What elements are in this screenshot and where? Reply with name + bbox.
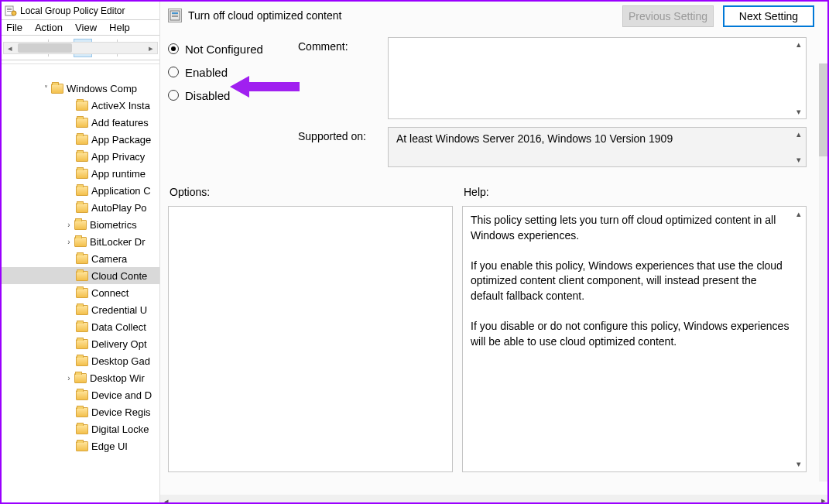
folder-icon [76,441,88,451]
svg-point-4 [12,11,16,15]
tree-root-windows-components[interactable]: ˅ Windows Comp [2,80,159,97]
expand-icon[interactable]: › [65,374,73,382]
tree-item[interactable]: Digital Locke [2,420,159,437]
tree-item-label: Desktop Wir [90,372,145,384]
tree-item-label: App Privacy [91,151,145,163]
options-label: Options: [170,186,464,198]
help-box: This policy setting lets you turn off cl… [462,206,807,472]
tree-item[interactable]: Device Regis [2,403,159,420]
tree-horizontal-scrollbar[interactable]: ◂ ▸ [3,42,158,54]
scroll-right-icon[interactable]: ▸ [817,495,829,504]
scroll-left-icon[interactable]: ◂ [160,496,173,505]
scroll-left-icon[interactable]: ◂ [4,43,16,53]
menu-file[interactable]: File [6,22,22,33]
radio-icon [168,43,179,54]
dialog-vertical-scrollbar[interactable] [819,63,829,482]
tree-item[interactable]: Credential U [2,301,159,318]
options-box [168,206,453,472]
tree-item[interactable]: Desktop Gad [2,352,159,369]
tree-item[interactable]: AutoPlay Po [2,199,159,216]
tree-item-label: Device Regis [91,406,151,418]
tree-item-label: Device and D [91,389,152,401]
svg-rect-1 [7,8,12,9]
folder-icon [74,237,87,247]
folder-icon [76,288,88,298]
comment-label: Comment: [298,37,374,119]
menu-view[interactable]: View [75,22,97,33]
tree-item[interactable]: App Privacy [2,148,159,165]
tree-item[interactable]: ›BitLocker Dr [2,233,159,250]
scroll-down-icon[interactable]: ▾ [793,458,804,470]
tree-item-label: Cloud Conte [91,270,147,282]
expand-icon[interactable]: › [65,238,73,245]
scroll-up-icon[interactable]: ▴ [793,208,804,220]
collapse-icon[interactable]: ˅ [42,84,50,92]
previous-setting-button[interactable]: Previous Setting [622,5,714,27]
menu-action[interactable]: Action [35,22,63,33]
dialog-title: Turn off cloud optimized content [188,9,341,22]
comment-textarea[interactable]: ▴ ▾ [388,37,807,119]
supported-on-label: Supported on: [298,127,374,167]
scroll-up-icon[interactable]: ▴ [793,39,804,50]
radio-enabled[interactable]: Enabled [168,60,284,84]
tree-item[interactable]: Data Collect [2,318,159,335]
folder-icon [76,305,88,315]
scroll-thumb[interactable] [18,43,72,53]
folder-icon [76,152,88,162]
folder-icon [76,424,88,434]
scroll-down-icon[interactable]: ▾ [793,155,804,165]
tree-item[interactable]: Device and D [2,386,159,403]
tree-item[interactable]: Camera [2,250,159,267]
radio-icon [168,67,179,77]
tree-item[interactable]: ActiveX Insta [2,97,159,114]
help-paragraph-2: If you enable this policy, Windows exper… [471,259,790,304]
tree-item[interactable]: ›Desktop Wir [2,369,159,386]
tree-item-label: App Package [91,134,151,146]
tree-item[interactable]: Application C [2,182,159,199]
tree-item[interactable]: App Package [2,131,159,148]
editor-title-text: Local Group Policy Editor [20,5,125,16]
expand-icon[interactable]: › [65,221,73,228]
scroll-right-icon[interactable]: ▸ [145,43,157,53]
tree-item[interactable]: Delivery Opt [2,335,159,352]
folder-icon [74,373,87,383]
tree-item-label: Credential U [91,304,147,316]
radio-not-configured-label: Not Configured [185,43,263,56]
tree-item-label: Delivery Opt [91,338,147,350]
tree-item[interactable]: Edge UI [2,437,159,454]
folder-icon [76,254,88,264]
folder-icon [74,220,87,230]
dialog-header: Turn off cloud optimized content Previou… [160,2,829,29]
scroll-up-icon[interactable]: ▴ [793,129,804,139]
tree-pane: ˅ Windows Comp ActiveX InstaAdd features… [2,63,159,482]
svg-rect-3 [7,11,12,12]
next-setting-button[interactable]: Next Setting [723,5,814,27]
radio-disabled[interactable]: Disabled [168,84,284,107]
help-paragraph-1: This policy setting lets you turn off cl… [471,213,790,243]
tree-item[interactable]: App runtime [2,165,159,182]
svg-rect-12 [172,12,178,14]
menu-help[interactable]: Help [109,22,130,33]
tree-item-label: BitLocker Dr [90,236,146,248]
radio-group: Not Configured Enabled Disabled [168,37,284,119]
folder-icon [51,84,63,94]
tree-item[interactable]: Add features [2,114,159,131]
tree-item[interactable]: Connect [2,284,159,301]
scroll-thumb[interactable] [819,63,829,156]
policy-dialog: Turn off cloud optimized content Previou… [159,2,829,504]
tree-item[interactable]: ›Biometrics [2,216,159,233]
folder-icon [76,407,88,417]
tree-item[interactable]: Cloud Conte [2,267,159,284]
gpedit-icon [5,5,17,17]
tree-item-label: Add features [91,117,149,129]
folder-icon [76,118,88,128]
folder-icon [76,135,88,145]
tree-item-label: Edge UI [91,441,128,452]
supported-on-field: At least Windows Server 2016, Windows 10… [388,127,807,167]
radio-not-configured[interactable]: Not Configured [168,37,284,60]
scroll-down-icon[interactable]: ▾ [793,107,804,117]
folder-icon [76,203,88,213]
dialog-horizontal-scrollbar[interactable]: ◂ ▸ [160,495,829,504]
tree-item-label: Connect [91,287,128,299]
tree-root-label: Windows Comp [67,83,137,94]
